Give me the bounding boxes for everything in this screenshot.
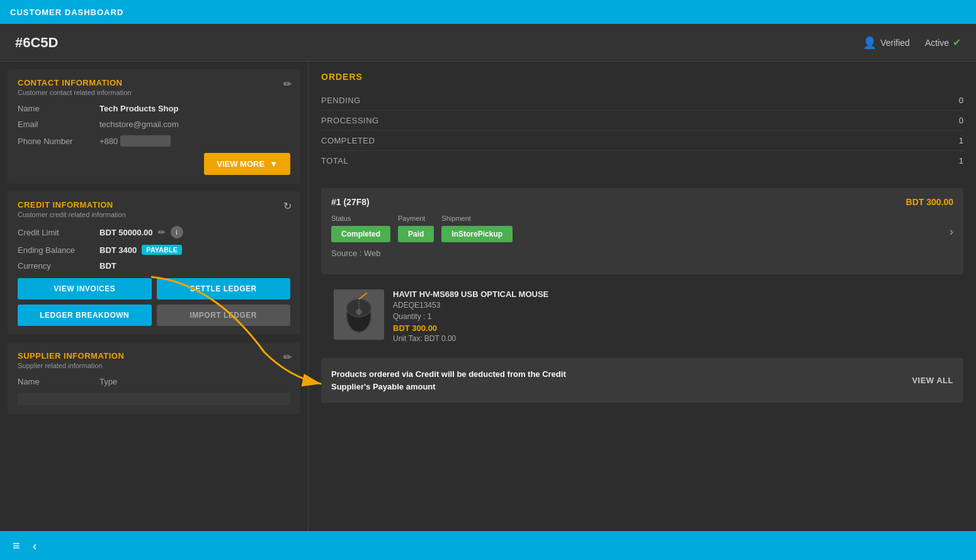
shipment-badge: InStorePickup xyxy=(441,226,513,242)
left-panel: CONTACT INFORMATION Customer contact rel… xyxy=(0,62,309,531)
completed-value: 1 xyxy=(926,136,963,145)
name-label: Name xyxy=(18,104,99,113)
status-badge: Completed xyxy=(331,226,390,242)
ending-balance-label: Ending Balance xyxy=(18,245,99,255)
product-sku: ADEQE13453 xyxy=(393,301,951,310)
contact-info-section: CONTACT INFORMATION Customer contact rel… xyxy=(8,69,300,184)
tooltip-area: Products ordered via Credit will be dedu… xyxy=(321,358,963,403)
supplier-info-section: SUPPLIER INFORMATION Supplier related in… xyxy=(8,342,300,414)
email-value: techstore@gmail.com xyxy=(99,120,179,129)
product-image xyxy=(334,289,384,340)
import-ledger-button[interactable]: IMPORT LEDGER xyxy=(157,305,291,326)
email-row: Email techstore@gmail.com xyxy=(18,120,290,129)
customer-id: #6C5D xyxy=(15,35,58,51)
supplier-name-col-label: Name xyxy=(18,377,99,386)
product-row: HAVIT HV-MS689 USB OPTICAL MOUSE ADEQE13… xyxy=(321,282,963,350)
contact-section-subtitle: Customer contact related information xyxy=(18,89,290,96)
ending-balance-row: Ending Balance BDT 3400 PAYABLE xyxy=(18,245,290,255)
supplier-type-col-label: Type xyxy=(99,377,181,386)
payment-col: Payment Paid xyxy=(398,215,434,242)
phone-value: +880 xyxy=(99,137,118,146)
user-icon: 👤 xyxy=(863,36,877,50)
processing-value: 0 xyxy=(926,116,963,125)
view-invoices-button[interactable]: VIEW INVOICES xyxy=(18,278,152,300)
order-amount: BDT 300.00 xyxy=(906,197,953,207)
credit-section-title: CREDIT INFORMATION xyxy=(18,200,290,210)
source-label: Source : Web xyxy=(331,249,381,258)
pending-row: PENDING 0 xyxy=(321,91,963,111)
credit-limit-value: BDT 50000.00 xyxy=(99,228,153,237)
ending-balance-value: BDT 3400 xyxy=(99,245,137,255)
processing-label: PROCESSING xyxy=(321,116,926,125)
supplier-section-title: SUPPLIER INFORMATION xyxy=(18,351,290,361)
product-details: HAVIT HV-MS689 USB OPTICAL MOUSE ADEQE13… xyxy=(393,289,951,343)
contact-edit-button[interactable]: ✏ xyxy=(283,78,292,90)
credit-refresh-button[interactable]: ↻ xyxy=(283,200,292,212)
shipment-col: Shipment InStorePickup xyxy=(441,215,513,242)
orders-section: ORDERS PENDING 0 PROCESSING 0 COMPLETED … xyxy=(309,62,976,181)
header-bar: #6C5D 👤 Verified Active ✔ xyxy=(0,24,976,62)
credit-limit-edit-icon[interactable]: ✏ xyxy=(158,227,166,237)
source-row: Source : Web xyxy=(331,249,953,258)
top-bar-title: CUSTOMER DASHBOARD xyxy=(10,8,123,17)
credit-limit-label: Credit Limit xyxy=(18,228,99,237)
name-value: Tech Products Shop xyxy=(99,104,178,113)
shipment-label: Shipment xyxy=(441,215,513,222)
orders-title: ORDERS xyxy=(321,72,963,82)
product-name: HAVIT HV-MS689 USB OPTICAL MOUSE xyxy=(393,289,951,299)
processing-row: PROCESSING 0 xyxy=(321,111,963,131)
currency-row: Currency BDT xyxy=(18,261,290,271)
view-more-button[interactable]: VIEW MORE ▼ xyxy=(204,153,290,175)
supplier-edit-button[interactable]: ✏ xyxy=(283,351,292,363)
currency-value: BDT xyxy=(99,261,116,271)
payment-badge: Paid xyxy=(398,226,434,242)
payable-badge: PAYABLE xyxy=(142,245,182,255)
supplier-section-subtitle: Supplier related information xyxy=(18,362,290,369)
chevron-right-icon[interactable]: › xyxy=(950,225,953,238)
check-icon: ✔ xyxy=(953,36,961,48)
product-tax: Unit Tax: BDT 0.00 xyxy=(393,334,951,343)
pending-label: PENDING xyxy=(321,96,926,105)
supplier-row-redacted xyxy=(18,393,290,405)
credit-section-subtitle: Customer credit related information xyxy=(18,211,290,218)
view-all-button[interactable]: VIEW ALL xyxy=(912,376,953,385)
order-card-header: #1 (27F8) BDT 300.00 xyxy=(331,197,953,207)
total-label: TOTAL xyxy=(321,156,926,165)
header-right: 👤 Verified Active ✔ xyxy=(863,36,961,50)
order-card: #1 (27F8) BDT 300.00 Status Completed Pa… xyxy=(321,188,963,274)
phone-row: Phone Number +880 xyxy=(18,135,290,147)
tooltip-text: Products ordered via Credit will be dedu… xyxy=(331,368,583,393)
order-id: #1 (27F8) xyxy=(331,197,370,207)
product-price: BDT 300.00 xyxy=(393,323,951,333)
phone-label: Phone Number xyxy=(18,137,99,146)
email-label: Email xyxy=(18,120,99,129)
main-content: CONTACT INFORMATION Customer contact rel… xyxy=(0,62,976,531)
bottom-bar: ≡ ‹ xyxy=(0,531,976,560)
verified-label: Verified xyxy=(880,38,910,48)
view-more-label: VIEW MORE xyxy=(217,159,264,169)
phone-redacted xyxy=(120,135,171,147)
top-bar: CUSTOMER DASHBOARD xyxy=(0,0,976,24)
active-label: Active xyxy=(925,38,949,48)
menu-icon[interactable]: ≡ xyxy=(13,539,20,553)
supplier-name-type-header: Name Type xyxy=(18,377,290,386)
pending-value: 0 xyxy=(926,96,963,105)
active-status: Active ✔ xyxy=(925,36,961,48)
payment-label: Payment xyxy=(398,215,434,222)
contact-section-title: CONTACT INFORMATION xyxy=(18,78,290,87)
product-quantity: Quantity : 1 xyxy=(393,312,951,321)
back-icon[interactable]: ‹ xyxy=(33,539,37,553)
mouse-image xyxy=(337,293,381,337)
status-col: Status Completed xyxy=(331,215,390,242)
completed-label: COMPLETED xyxy=(321,136,926,145)
credit-limit-row: Credit Limit BDT 50000.00 ✏ i xyxy=(18,226,290,238)
verified-status: 👤 Verified xyxy=(863,36,910,50)
credit-limit-info-icon[interactable]: i xyxy=(171,226,183,238)
chevron-down-icon: ▼ xyxy=(270,159,278,169)
total-row: TOTAL 1 xyxy=(321,151,963,171)
order-status-row: Status Completed Payment Paid Shipment I… xyxy=(331,215,953,242)
ledger-breakdown-button[interactable]: LEDGER BREAKDOWN xyxy=(18,305,152,326)
settle-ledger-button[interactable]: SETTLE LEDGER xyxy=(157,278,291,300)
total-value: 1 xyxy=(926,156,963,165)
completed-row: COMPLETED 1 xyxy=(321,131,963,151)
